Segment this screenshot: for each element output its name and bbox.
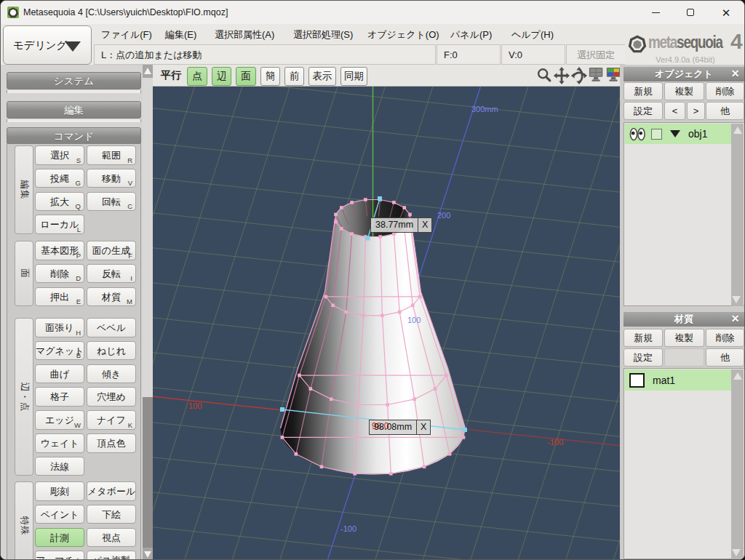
object-duplicate-button[interactable]: 複製 <box>664 82 704 100</box>
command-button-削除[interactable]: 削除D <box>35 264 84 284</box>
command-button-押出[interactable]: 押出E <box>35 287 84 307</box>
material-panel-close-icon[interactable]: ✕ <box>730 313 741 324</box>
projection-mode-button[interactable]: 平行 <box>161 69 181 82</box>
material-panel-title[interactable]: 材質 ✕ <box>624 312 744 327</box>
scroll-down-icon[interactable] <box>732 549 741 556</box>
command-button-範囲[interactable]: 範囲R <box>87 145 136 165</box>
measurement-close-button[interactable]: X <box>418 218 431 233</box>
command-button-ベベル[interactable]: ベベル <box>87 318 136 337</box>
command-button-法線[interactable]: 法線 <box>35 457 84 476</box>
object-settings-button[interactable]: 設定 <box>624 102 663 120</box>
object-delete-button[interactable]: 削除 <box>706 82 744 100</box>
menu-item-1[interactable]: ファイル(F) <box>101 24 152 44</box>
command-button-メタボール[interactable]: メタボール <box>87 481 136 501</box>
view-toggle-同期[interactable]: 同期 <box>340 67 367 86</box>
measurement-value[interactable]: 98.08mm <box>370 420 416 434</box>
view-toggle-前[interactable]: 前 <box>284 67 304 86</box>
single-view-icon[interactable] <box>588 67 605 84</box>
menu-item-6[interactable]: パネル(P) <box>450 24 492 44</box>
view-toggle-点[interactable]: 点 <box>187 67 207 86</box>
command-button-傾き[interactable]: 傾き <box>87 364 136 384</box>
selection-lock-button[interactable]: 選択固定 <box>566 44 626 65</box>
minimize-button[interactable] <box>639 1 672 24</box>
sidebar-scrollbar[interactable] <box>143 65 153 560</box>
object-expand-icon[interactable] <box>670 130 680 137</box>
material-duplicate-button[interactable]: 複製 <box>664 329 704 347</box>
command-button-彫刻[interactable]: 彫刻 <box>35 481 84 501</box>
command-button-面の生成[interactable]: 面の生成F <box>87 241 136 260</box>
command-button-視点[interactable]: 視点 <box>87 528 136 548</box>
view-toggle-表示[interactable]: 表示 <box>308 67 336 86</box>
command-button-選択[interactable]: 選択S <box>35 145 84 165</box>
command-button-下絵[interactable]: 下絵 <box>87 505 136 524</box>
command-button-曲げ[interactable]: 曲げ <box>35 364 84 384</box>
command-button-基本図形[interactable]: 基本図形P <box>35 241 84 260</box>
command-button-頂点色[interactable]: 頂点色 <box>87 433 136 453</box>
pan-icon[interactable] <box>553 67 570 84</box>
command-button-ナイフ[interactable]: ナイフK <box>87 410 136 430</box>
object-other-button[interactable]: 他 <box>706 102 744 120</box>
zoom-icon[interactable] <box>535 67 553 84</box>
command-button-反転[interactable]: 反転I <box>87 264 136 284</box>
command-button-計測[interactable]: 計測 <box>35 528 84 548</box>
command-button-材質[interactable]: 材質M <box>87 287 136 307</box>
menu-item-2[interactable]: 編集(E) <box>165 24 196 44</box>
sidebar-scrollbar-thumb[interactable] <box>143 397 153 548</box>
sidebar-panel-編集[interactable]: 編集 <box>7 101 141 119</box>
scroll-down-icon[interactable] <box>732 296 741 303</box>
scroll-up-icon[interactable] <box>143 65 153 78</box>
command-button-パス複製[interactable]: パス複製 <box>87 551 136 560</box>
material-delete-button[interactable]: 削除 <box>706 329 744 347</box>
material-list-item[interactable]: mat1 <box>625 369 733 391</box>
scroll-down-icon[interactable] <box>143 548 153 560</box>
view-toggle-辺[interactable]: 辺 <box>212 67 231 86</box>
command-button-エッジ[interactable]: エッジW <box>35 410 84 430</box>
command-button-穴埋め[interactable]: 穴埋め <box>87 387 136 407</box>
material-list[interactable]: mat1 <box>624 368 745 559</box>
material-other-button[interactable]: 他 <box>706 348 744 367</box>
object-lock-checkbox[interactable] <box>651 129 662 140</box>
measurement-value[interactable]: 38.77mm <box>371 218 418 233</box>
command-button-アーマチャ[interactable]: アーマチャ <box>35 551 84 560</box>
object-list-item[interactable]: obj1 <box>625 124 733 144</box>
object-prev-button[interactable]: < <box>664 102 685 120</box>
viewport-3d[interactable]: 98.08mm 38.77mm X 98.08mm X 300mm200100-… <box>153 87 620 560</box>
command-button-ウェイト[interactable]: ウェイト <box>35 433 84 453</box>
menu-item-7[interactable]: ヘルプ(H) <box>511 24 554 44</box>
command-button-拡大[interactable]: 拡大Q <box>35 192 84 212</box>
material-list-scrollbar[interactable] <box>731 369 744 559</box>
material-settings-button[interactable]: 設定 <box>624 348 663 367</box>
command-button-ねじれ[interactable]: ねじれ <box>87 341 136 361</box>
scroll-up-icon[interactable] <box>733 372 742 380</box>
object-panel-title[interactable]: オブジェクト ✕ <box>624 67 744 81</box>
menu-item-3[interactable]: 選択部属性(A) <box>215 24 274 44</box>
command-button-面張り[interactable]: 面張りH <box>35 318 84 337</box>
command-button-回転[interactable]: 回転C <box>87 192 136 212</box>
object-list[interactable]: obj1 <box>624 122 745 306</box>
object-panel-close-icon[interactable]: ✕ <box>730 68 741 79</box>
command-button-投縄[interactable]: 投縄G <box>35 169 84 188</box>
object-new-button[interactable]: 新規 <box>624 82 663 100</box>
command-button-ペイント[interactable]: ペイント <box>35 505 84 524</box>
close-button[interactable]: ✕ <box>709 1 743 24</box>
menu-item-5[interactable]: オブジェクト(O) <box>367 24 439 44</box>
material-new-button[interactable]: 新規 <box>624 329 663 347</box>
menu-item-4[interactable]: 選択部処理(S) <box>293 24 353 44</box>
command-button-マグネット[interactable]: マグネットB <box>35 341 84 361</box>
material-color-swatch[interactable] <box>629 373 645 388</box>
scroll-up-icon[interactable] <box>733 127 742 134</box>
maximize-button[interactable] <box>674 1 707 24</box>
command-button-移動[interactable]: 移動V <box>87 169 136 188</box>
view-toggle-簡[interactable]: 簡 <box>260 67 280 86</box>
mode-selector[interactable]: モデリング <box>3 25 92 65</box>
object-next-button[interactable]: > <box>687 102 705 120</box>
sidebar-panel-システム[interactable]: システム <box>7 72 141 89</box>
visibility-eyes-icon[interactable] <box>629 127 647 141</box>
measurement-close-button[interactable]: X <box>416 420 430 434</box>
command-button-格子[interactable]: 格子 <box>35 387 84 407</box>
sidebar-panel-コマンド[interactable]: コマンド <box>7 127 141 145</box>
view-toggle-面[interactable]: 面 <box>236 67 256 86</box>
object-list-scrollbar[interactable] <box>731 124 744 306</box>
command-button-ローカル[interactable]: ローカルL <box>35 215 84 234</box>
rotate-icon[interactable] <box>570 67 588 84</box>
